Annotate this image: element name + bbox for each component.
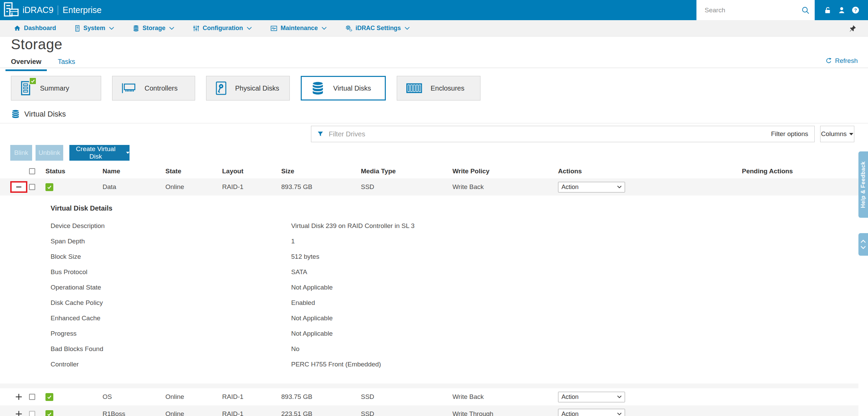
search-box[interactable] — [696, 0, 815, 20]
detail-row: Controller PERC H755 Front (Embedded) — [51, 357, 858, 372]
blink-button[interactable]: Blink — [10, 145, 32, 161]
cell-name: R1Boss — [103, 410, 165, 416]
funnel-icon — [317, 131, 324, 138]
card-label: Controllers — [145, 84, 178, 92]
detail-value: Enabled — [291, 299, 315, 307]
card-controllers[interactable]: Controllers — [112, 76, 195, 100]
refresh-icon — [825, 57, 832, 64]
unblink-button[interactable]: Unblink — [36, 145, 63, 161]
card-enclosures[interactable]: Enclosures — [397, 76, 480, 100]
row-checkbox[interactable] — [29, 184, 35, 190]
columns-label: Columns — [821, 130, 847, 138]
scroll-arrows-tab[interactable] — [858, 233, 868, 256]
detail-value: 512 bytes — [291, 253, 319, 260]
search-icon[interactable] — [801, 6, 810, 15]
nav-configuration[interactable]: Configuration — [193, 25, 252, 32]
detail-label: Device Description — [51, 222, 291, 230]
detail-row: Device Description Virtual Disk 239 on R… — [51, 218, 858, 233]
detail-value: PERC H755 Front (Embedded) — [291, 361, 381, 368]
card-label: Physical Disks — [235, 84, 279, 92]
chevron-down-icon — [405, 27, 410, 30]
col-media-type: Media Type — [361, 167, 452, 175]
tab-overview[interactable]: Overview — [5, 56, 47, 71]
filter-options-link[interactable]: Filter options — [771, 130, 808, 138]
nav-maintenance[interactable]: Maintenance — [270, 25, 327, 32]
row-checkbox[interactable] — [29, 411, 35, 416]
collapse-row-button[interactable] — [10, 181, 27, 193]
main-nav: Dashboard System Storage — [0, 20, 868, 37]
filter-drives-box[interactable]: Filter options — [311, 126, 815, 142]
col-pending-actions: Pending Actions — [742, 167, 858, 175]
nav-label: Maintenance — [281, 25, 318, 32]
detail-label: Disk Cache Policy — [51, 299, 291, 307]
section-title: Virtual Disks — [24, 110, 66, 119]
col-name: Name — [103, 167, 165, 175]
detail-label: Controller — [51, 361, 291, 368]
card-virtual-disks[interactable]: Virtual Disks — [301, 76, 386, 100]
col-state: State — [165, 167, 222, 175]
detail-value: Virtual Disk 239 on RAID Controller in S… — [291, 222, 415, 230]
help-icon[interactable]: ? — [852, 6, 859, 14]
create-virtual-disk-button[interactable]: Create Virtual Disk — [69, 145, 130, 161]
help-feedback-tab[interactable]: Help & Feedback — [858, 151, 868, 218]
details-title: Virtual Disk Details — [51, 204, 858, 213]
nav-label: iDRAC Settings — [355, 25, 401, 32]
card-summary[interactable]: Summary — [11, 76, 101, 100]
section-divider — [0, 123, 868, 123]
col-actions: Actions — [558, 167, 742, 175]
detail-value: No — [291, 345, 299, 353]
col-size: Size — [281, 167, 361, 175]
status-ok-badge-icon — [29, 77, 37, 85]
detail-label: Enhanced Cache — [51, 314, 291, 322]
detail-label: Progress — [51, 330, 291, 337]
nav-storage[interactable]: Storage — [133, 25, 174, 32]
nav-idrac-settings[interactable]: iDRAC Settings — [345, 25, 410, 32]
caret-down-icon — [126, 152, 130, 154]
search-input[interactable] — [705, 6, 801, 14]
action-dropdown[interactable]: Action — [558, 409, 625, 416]
col-status: Status — [45, 167, 103, 175]
action-dropdown[interactable]: Action — [558, 392, 625, 402]
create-virtual-disk-label: Create Virtual Disk — [69, 145, 122, 160]
status-ok-icon — [45, 393, 53, 401]
user-icon[interactable] — [838, 6, 846, 14]
nav-dashboard[interactable]: Dashboard — [14, 25, 56, 32]
status-ok-icon — [45, 410, 53, 416]
sliders-icon — [193, 25, 200, 32]
help-feedback-label: Help & Feedback — [860, 161, 866, 208]
nav-label: System — [83, 25, 105, 32]
product-name: iDRAC9 — [23, 5, 53, 15]
row-checkbox[interactable] — [29, 394, 35, 400]
table-row-os: OS Online RAID-1 893.75 GB SSD Write Bac… — [0, 388, 858, 405]
action-dropdown[interactable]: Action — [558, 182, 625, 192]
storage-cards: Summary Controllers — [11, 76, 480, 100]
virtual-disks-table: Status Name State Layout Size Media Type… — [0, 164, 858, 416]
detail-row: Bad Blocks Found No — [51, 341, 858, 357]
detail-value: Not Applicable — [291, 314, 333, 322]
chevron-up-icon[interactable] — [860, 240, 866, 243]
cell-size: 893.75 GB — [281, 183, 361, 191]
topbar-icon-group: ? — [815, 6, 868, 14]
expand-row-button[interactable] — [10, 391, 27, 403]
select-all-checkbox[interactable] — [29, 168, 35, 174]
columns-button[interactable]: Columns — [820, 126, 854, 142]
chevron-down-icon[interactable] — [860, 246, 866, 249]
card-physical-disks[interactable]: Physical Disks — [206, 76, 290, 100]
tab-tasks[interactable]: Tasks — [52, 56, 81, 71]
refresh-button[interactable]: Refresh — [825, 57, 858, 65]
table-row-data: Data Online RAID-1 893.75 GB SSD Write B… — [0, 178, 858, 196]
virtual-disk-details-panel: Virtual Disk Details Device Description … — [0, 196, 858, 384]
unlock-icon[interactable] — [824, 6, 832, 14]
action-dropdown-value: Action — [561, 184, 579, 191]
page-title: Storage — [11, 36, 63, 53]
table-header-row: Status Name State Layout Size Media Type… — [0, 164, 858, 178]
filter-drives-input[interactable] — [329, 130, 766, 138]
chart-icon — [270, 25, 277, 32]
nav-system[interactable]: System — [74, 25, 114, 32]
pin-icon[interactable] — [849, 25, 856, 32]
detail-row: Disk Cache Policy Enabled — [51, 295, 858, 310]
expand-row-button[interactable] — [10, 408, 27, 416]
storage-icon — [133, 25, 139, 32]
card-label: Enclosures — [431, 84, 464, 92]
cell-name: OS — [103, 393, 165, 401]
